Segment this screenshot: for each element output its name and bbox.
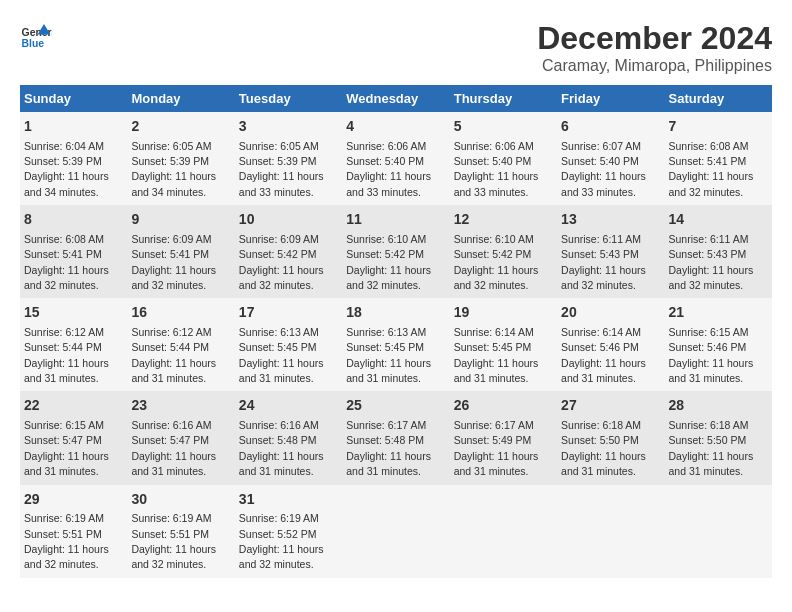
day-number: 5 xyxy=(454,117,553,137)
day-info: Sunrise: 6:10 AMSunset: 5:42 PMDaylight:… xyxy=(346,233,431,291)
day-info: Sunrise: 6:15 AMSunset: 5:46 PMDaylight:… xyxy=(669,326,754,384)
header-row: SundayMondayTuesdayWednesdayThursdayFrid… xyxy=(20,85,772,112)
day-number: 3 xyxy=(239,117,338,137)
calendar-cell: 5Sunrise: 6:06 AMSunset: 5:40 PMDaylight… xyxy=(450,112,557,205)
week-row-2: 8Sunrise: 6:08 AMSunset: 5:41 PMDaylight… xyxy=(20,205,772,298)
logo: General Blue xyxy=(20,20,52,52)
week-row-1: 1Sunrise: 6:04 AMSunset: 5:39 PMDaylight… xyxy=(20,112,772,205)
calendar-cell: 15Sunrise: 6:12 AMSunset: 5:44 PMDayligh… xyxy=(20,298,127,391)
calendar-cell: 3Sunrise: 6:05 AMSunset: 5:39 PMDaylight… xyxy=(235,112,342,205)
calendar-cell: 6Sunrise: 6:07 AMSunset: 5:40 PMDaylight… xyxy=(557,112,664,205)
day-info: Sunrise: 6:06 AMSunset: 5:40 PMDaylight:… xyxy=(454,140,539,198)
day-info: Sunrise: 6:19 AMSunset: 5:52 PMDaylight:… xyxy=(239,512,324,570)
calendar-cell: 22Sunrise: 6:15 AMSunset: 5:47 PMDayligh… xyxy=(20,391,127,484)
day-info: Sunrise: 6:08 AMSunset: 5:41 PMDaylight:… xyxy=(24,233,109,291)
day-number: 10 xyxy=(239,210,338,230)
week-row-4: 22Sunrise: 6:15 AMSunset: 5:47 PMDayligh… xyxy=(20,391,772,484)
svg-text:Blue: Blue xyxy=(22,38,45,49)
column-header-monday: Monday xyxy=(127,85,234,112)
calendar-cell xyxy=(450,485,557,578)
calendar-cell: 31Sunrise: 6:19 AMSunset: 5:52 PMDayligh… xyxy=(235,485,342,578)
calendar-cell xyxy=(342,485,449,578)
column-header-wednesday: Wednesday xyxy=(342,85,449,112)
title-block: December 2024 Caramay, Mimaropa, Philipp… xyxy=(537,20,772,75)
calendar-cell: 30Sunrise: 6:19 AMSunset: 5:51 PMDayligh… xyxy=(127,485,234,578)
day-number: 22 xyxy=(24,396,123,416)
calendar-cell: 17Sunrise: 6:13 AMSunset: 5:45 PMDayligh… xyxy=(235,298,342,391)
calendar-cell: 14Sunrise: 6:11 AMSunset: 5:43 PMDayligh… xyxy=(665,205,772,298)
day-number: 1 xyxy=(24,117,123,137)
day-number: 14 xyxy=(669,210,768,230)
page-subtitle: Caramay, Mimaropa, Philippines xyxy=(537,57,772,75)
calendar-cell: 7Sunrise: 6:08 AMSunset: 5:41 PMDaylight… xyxy=(665,112,772,205)
day-number: 30 xyxy=(131,490,230,510)
day-info: Sunrise: 6:16 AMSunset: 5:48 PMDaylight:… xyxy=(239,419,324,477)
calendar-cell: 29Sunrise: 6:19 AMSunset: 5:51 PMDayligh… xyxy=(20,485,127,578)
calendar-cell: 24Sunrise: 6:16 AMSunset: 5:48 PMDayligh… xyxy=(235,391,342,484)
calendar-cell: 27Sunrise: 6:18 AMSunset: 5:50 PMDayligh… xyxy=(557,391,664,484)
calendar-cell: 13Sunrise: 6:11 AMSunset: 5:43 PMDayligh… xyxy=(557,205,664,298)
day-info: Sunrise: 6:17 AMSunset: 5:48 PMDaylight:… xyxy=(346,419,431,477)
calendar-cell: 8Sunrise: 6:08 AMSunset: 5:41 PMDaylight… xyxy=(20,205,127,298)
day-info: Sunrise: 6:19 AMSunset: 5:51 PMDaylight:… xyxy=(24,512,109,570)
day-info: Sunrise: 6:18 AMSunset: 5:50 PMDaylight:… xyxy=(561,419,646,477)
day-info: Sunrise: 6:08 AMSunset: 5:41 PMDaylight:… xyxy=(669,140,754,198)
calendar-cell: 21Sunrise: 6:15 AMSunset: 5:46 PMDayligh… xyxy=(665,298,772,391)
calendar-cell: 16Sunrise: 6:12 AMSunset: 5:44 PMDayligh… xyxy=(127,298,234,391)
day-number: 4 xyxy=(346,117,445,137)
day-number: 25 xyxy=(346,396,445,416)
page-header: General Blue December 2024 Caramay, Mima… xyxy=(20,20,772,75)
week-row-3: 15Sunrise: 6:12 AMSunset: 5:44 PMDayligh… xyxy=(20,298,772,391)
day-info: Sunrise: 6:11 AMSunset: 5:43 PMDaylight:… xyxy=(669,233,754,291)
calendar-cell: 9Sunrise: 6:09 AMSunset: 5:41 PMDaylight… xyxy=(127,205,234,298)
day-number: 17 xyxy=(239,303,338,323)
calendar-cell: 26Sunrise: 6:17 AMSunset: 5:49 PMDayligh… xyxy=(450,391,557,484)
day-number: 27 xyxy=(561,396,660,416)
day-info: Sunrise: 6:12 AMSunset: 5:44 PMDaylight:… xyxy=(131,326,216,384)
logo-icon: General Blue xyxy=(20,20,52,52)
day-number: 12 xyxy=(454,210,553,230)
day-number: 15 xyxy=(24,303,123,323)
day-number: 9 xyxy=(131,210,230,230)
day-info: Sunrise: 6:17 AMSunset: 5:49 PMDaylight:… xyxy=(454,419,539,477)
column-header-thursday: Thursday xyxy=(450,85,557,112)
day-number: 28 xyxy=(669,396,768,416)
day-number: 18 xyxy=(346,303,445,323)
week-row-5: 29Sunrise: 6:19 AMSunset: 5:51 PMDayligh… xyxy=(20,485,772,578)
calendar-cell: 20Sunrise: 6:14 AMSunset: 5:46 PMDayligh… xyxy=(557,298,664,391)
column-header-saturday: Saturday xyxy=(665,85,772,112)
day-number: 23 xyxy=(131,396,230,416)
calendar-cell: 11Sunrise: 6:10 AMSunset: 5:42 PMDayligh… xyxy=(342,205,449,298)
day-number: 2 xyxy=(131,117,230,137)
day-info: Sunrise: 6:16 AMSunset: 5:47 PMDaylight:… xyxy=(131,419,216,477)
day-number: 20 xyxy=(561,303,660,323)
day-info: Sunrise: 6:05 AMSunset: 5:39 PMDaylight:… xyxy=(131,140,216,198)
calendar-cell: 1Sunrise: 6:04 AMSunset: 5:39 PMDaylight… xyxy=(20,112,127,205)
calendar-cell: 4Sunrise: 6:06 AMSunset: 5:40 PMDaylight… xyxy=(342,112,449,205)
day-info: Sunrise: 6:07 AMSunset: 5:40 PMDaylight:… xyxy=(561,140,646,198)
day-number: 29 xyxy=(24,490,123,510)
calendar-cell: 19Sunrise: 6:14 AMSunset: 5:45 PMDayligh… xyxy=(450,298,557,391)
day-info: Sunrise: 6:05 AMSunset: 5:39 PMDaylight:… xyxy=(239,140,324,198)
day-number: 16 xyxy=(131,303,230,323)
column-header-tuesday: Tuesday xyxy=(235,85,342,112)
day-info: Sunrise: 6:13 AMSunset: 5:45 PMDaylight:… xyxy=(346,326,431,384)
calendar-cell: 28Sunrise: 6:18 AMSunset: 5:50 PMDayligh… xyxy=(665,391,772,484)
calendar-cell xyxy=(665,485,772,578)
day-info: Sunrise: 6:11 AMSunset: 5:43 PMDaylight:… xyxy=(561,233,646,291)
day-info: Sunrise: 6:09 AMSunset: 5:41 PMDaylight:… xyxy=(131,233,216,291)
day-info: Sunrise: 6:15 AMSunset: 5:47 PMDaylight:… xyxy=(24,419,109,477)
calendar-cell: 2Sunrise: 6:05 AMSunset: 5:39 PMDaylight… xyxy=(127,112,234,205)
calendar-cell xyxy=(557,485,664,578)
day-info: Sunrise: 6:14 AMSunset: 5:45 PMDaylight:… xyxy=(454,326,539,384)
day-number: 7 xyxy=(669,117,768,137)
day-info: Sunrise: 6:10 AMSunset: 5:42 PMDaylight:… xyxy=(454,233,539,291)
day-number: 26 xyxy=(454,396,553,416)
day-info: Sunrise: 6:14 AMSunset: 5:46 PMDaylight:… xyxy=(561,326,646,384)
day-number: 19 xyxy=(454,303,553,323)
day-info: Sunrise: 6:13 AMSunset: 5:45 PMDaylight:… xyxy=(239,326,324,384)
day-info: Sunrise: 6:06 AMSunset: 5:40 PMDaylight:… xyxy=(346,140,431,198)
calendar-cell: 23Sunrise: 6:16 AMSunset: 5:47 PMDayligh… xyxy=(127,391,234,484)
column-header-sunday: Sunday xyxy=(20,85,127,112)
page-title: December 2024 xyxy=(537,20,772,57)
